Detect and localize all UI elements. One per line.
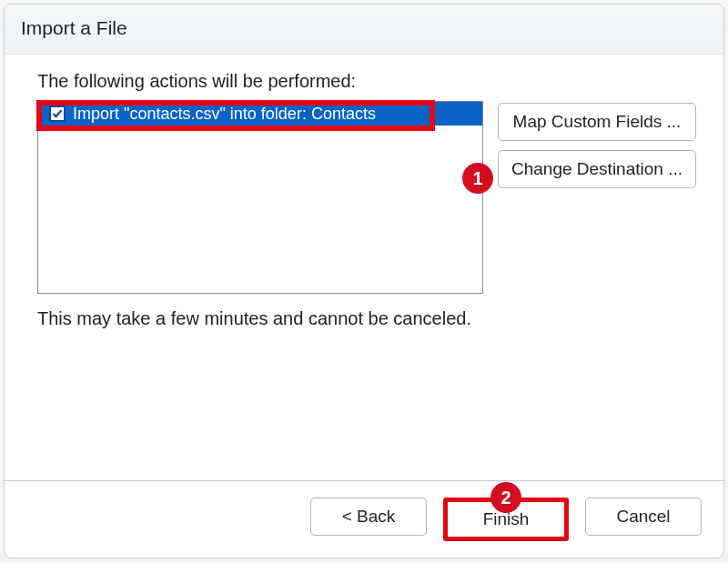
action-checkbox[interactable] [49, 106, 66, 122]
check-icon [52, 108, 63, 119]
instruction-text: The following actions will be performed: [37, 71, 705, 92]
back-button[interactable]: < Back [310, 498, 427, 536]
action-item[interactable]: Import "contacts.csv" into folder: Conta… [38, 102, 482, 126]
actions-listbox[interactable]: Import "contacts.csv" into folder: Conta… [37, 101, 483, 294]
annotation-step-2: 2 [490, 482, 521, 513]
dialog-header: Import a File [5, 5, 723, 55]
import-file-dialog: Import a File 1 The following actions wi… [4, 4, 724, 558]
finish-button[interactable]: 2 Finish [443, 498, 569, 541]
side-buttons: Map Custom Fields ... Change Destination… [498, 103, 696, 188]
cancel-button[interactable]: Cancel [585, 498, 702, 536]
dialog-footer: < Back 2 Finish Cancel [5, 480, 723, 558]
dialog-body: 1 The following actions will be performe… [5, 55, 723, 480]
dialog-title: Import a File [21, 17, 707, 39]
content-row: Import "contacts.csv" into folder: Conta… [37, 101, 705, 294]
change-destination-button[interactable]: Change Destination ... [498, 150, 696, 188]
map-custom-fields-button[interactable]: Map Custom Fields ... [498, 103, 696, 141]
action-item-label: Import "contacts.csv" into folder: Conta… [73, 105, 376, 124]
footer-note: This may take a few minutes and cannot b… [37, 308, 705, 329]
annotation-step-1: 1 [462, 163, 493, 194]
